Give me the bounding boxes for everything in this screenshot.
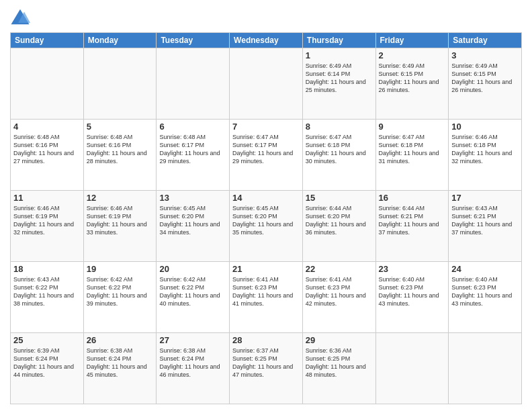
calendar-cell <box>83 48 157 120</box>
calendar-cell: 14Sunrise: 6:45 AM Sunset: 6:20 PM Dayli… <box>230 191 303 262</box>
day-number: 15 <box>306 193 373 203</box>
day-info: Sunrise: 6:47 AM Sunset: 6:18 PM Dayligh… <box>379 133 446 166</box>
day-number: 16 <box>379 193 446 203</box>
day-info: Sunrise: 6:46 AM Sunset: 6:19 PM Dayligh… <box>87 204 154 237</box>
calendar-cell: 17Sunrise: 6:43 AM Sunset: 6:21 PM Dayli… <box>449 191 522 262</box>
day-info: Sunrise: 6:44 AM Sunset: 6:21 PM Dayligh… <box>379 204 446 237</box>
calendar-cell: 7Sunrise: 6:47 AM Sunset: 6:17 PM Daylig… <box>230 120 303 191</box>
logo <box>10 7 33 27</box>
calendar-cell: 21Sunrise: 6:41 AM Sunset: 6:23 PM Dayli… <box>230 262 303 333</box>
day-info: Sunrise: 6:48 AM Sunset: 6:16 PM Dayligh… <box>87 133 154 166</box>
calendar-cell: 13Sunrise: 6:45 AM Sunset: 6:20 PM Dayli… <box>157 191 230 262</box>
calendar-cell <box>375 333 449 404</box>
day-info: Sunrise: 6:40 AM Sunset: 6:23 PM Dayligh… <box>451 275 519 308</box>
day-number: 5 <box>87 122 154 132</box>
calendar-cell <box>157 48 230 120</box>
day-number: 10 <box>451 122 519 132</box>
day-info: Sunrise: 6:46 AM Sunset: 6:19 PM Dayligh… <box>13 204 81 237</box>
calendar-cell: 29Sunrise: 6:36 AM Sunset: 6:25 PM Dayli… <box>302 333 375 404</box>
calendar-cell: 1Sunrise: 6:49 AM Sunset: 6:14 PM Daylig… <box>302 48 375 120</box>
calendar-cell: 20Sunrise: 6:42 AM Sunset: 6:22 PM Dayli… <box>157 262 230 333</box>
calendar-cell: 11Sunrise: 6:46 AM Sunset: 6:19 PM Dayli… <box>11 191 84 262</box>
calendar-cell: 25Sunrise: 6:39 AM Sunset: 6:24 PM Dayli… <box>11 333 84 404</box>
page: SundayMondayTuesdayWednesdayThursdayFrid… <box>0 0 532 411</box>
calendar-cell: 4Sunrise: 6:48 AM Sunset: 6:16 PM Daylig… <box>11 120 84 191</box>
day-number: 28 <box>232 335 300 345</box>
day-number: 17 <box>451 193 519 203</box>
calendar-cell: 22Sunrise: 6:41 AM Sunset: 6:23 PM Dayli… <box>302 262 375 333</box>
calendar-cell: 5Sunrise: 6:48 AM Sunset: 6:16 PM Daylig… <box>83 120 157 191</box>
day-info: Sunrise: 6:38 AM Sunset: 6:24 PM Dayligh… <box>159 347 226 379</box>
col-header-sunday: Sunday <box>11 33 84 48</box>
calendar-cell: 16Sunrise: 6:44 AM Sunset: 6:21 PM Dayli… <box>375 191 449 262</box>
day-number: 27 <box>159 335 226 345</box>
day-info: Sunrise: 6:44 AM Sunset: 6:20 PM Dayligh… <box>306 204 373 237</box>
day-number: 26 <box>87 335 154 345</box>
day-number: 20 <box>159 264 226 274</box>
day-info: Sunrise: 6:38 AM Sunset: 6:24 PM Dayligh… <box>87 347 154 379</box>
calendar-cell: 10Sunrise: 6:46 AM Sunset: 6:18 PM Dayli… <box>449 120 522 191</box>
calendar-cell: 23Sunrise: 6:40 AM Sunset: 6:23 PM Dayli… <box>375 262 449 333</box>
day-number: 29 <box>306 335 373 345</box>
col-header-thursday: Thursday <box>302 33 375 48</box>
day-info: Sunrise: 6:37 AM Sunset: 6:25 PM Dayligh… <box>232 347 300 379</box>
day-info: Sunrise: 6:42 AM Sunset: 6:22 PM Dayligh… <box>87 275 154 308</box>
calendar-cell: 3Sunrise: 6:49 AM Sunset: 6:15 PM Daylig… <box>449 48 522 120</box>
day-info: Sunrise: 6:48 AM Sunset: 6:17 PM Dayligh… <box>159 133 226 166</box>
day-number: 8 <box>306 122 373 132</box>
col-header-tuesday: Tuesday <box>157 33 230 48</box>
day-info: Sunrise: 6:42 AM Sunset: 6:22 PM Dayligh… <box>159 275 226 308</box>
calendar-cell: 6Sunrise: 6:48 AM Sunset: 6:17 PM Daylig… <box>157 120 230 191</box>
day-number: 14 <box>232 193 300 203</box>
day-number: 3 <box>451 50 519 60</box>
day-number: 24 <box>451 264 519 274</box>
calendar-cell: 18Sunrise: 6:43 AM Sunset: 6:22 PM Dayli… <box>11 262 84 333</box>
col-header-wednesday: Wednesday <box>230 33 303 48</box>
day-number: 2 <box>379 50 446 60</box>
day-number: 21 <box>232 264 300 274</box>
calendar-cell: 15Sunrise: 6:44 AM Sunset: 6:20 PM Dayli… <box>302 191 375 262</box>
calendar-cell: 8Sunrise: 6:47 AM Sunset: 6:18 PM Daylig… <box>302 120 375 191</box>
calendar-cell: 24Sunrise: 6:40 AM Sunset: 6:23 PM Dayli… <box>449 262 522 333</box>
day-number: 11 <box>13 193 81 203</box>
day-info: Sunrise: 6:41 AM Sunset: 6:23 PM Dayligh… <box>232 275 300 308</box>
col-header-saturday: Saturday <box>449 33 522 48</box>
day-info: Sunrise: 6:40 AM Sunset: 6:23 PM Dayligh… <box>379 275 446 308</box>
calendar-cell: 26Sunrise: 6:38 AM Sunset: 6:24 PM Dayli… <box>83 333 157 404</box>
day-number: 13 <box>159 193 226 203</box>
logo-icon <box>10 7 30 27</box>
day-number: 25 <box>13 335 81 345</box>
calendar-cell: 2Sunrise: 6:49 AM Sunset: 6:15 PM Daylig… <box>375 48 449 120</box>
header <box>10 7 522 27</box>
day-number: 18 <box>13 264 81 274</box>
calendar-cell <box>230 48 303 120</box>
day-info: Sunrise: 6:46 AM Sunset: 6:18 PM Dayligh… <box>451 133 519 166</box>
day-info: Sunrise: 6:43 AM Sunset: 6:21 PM Dayligh… <box>451 204 519 237</box>
calendar-cell: 19Sunrise: 6:42 AM Sunset: 6:22 PM Dayli… <box>83 262 157 333</box>
col-header-friday: Friday <box>375 33 449 48</box>
day-info: Sunrise: 6:49 AM Sunset: 6:14 PM Dayligh… <box>306 62 373 95</box>
day-info: Sunrise: 6:49 AM Sunset: 6:15 PM Dayligh… <box>379 62 446 95</box>
day-info: Sunrise: 6:36 AM Sunset: 6:25 PM Dayligh… <box>306 347 373 379</box>
day-number: 12 <box>87 193 154 203</box>
day-number: 19 <box>87 264 154 274</box>
day-info: Sunrise: 6:39 AM Sunset: 6:24 PM Dayligh… <box>13 347 81 379</box>
day-info: Sunrise: 6:41 AM Sunset: 6:23 PM Dayligh… <box>306 275 373 308</box>
day-info: Sunrise: 6:48 AM Sunset: 6:16 PM Dayligh… <box>13 133 81 166</box>
calendar-cell <box>11 48 84 120</box>
day-number: 9 <box>379 122 446 132</box>
day-number: 22 <box>306 264 373 274</box>
day-info: Sunrise: 6:47 AM Sunset: 6:18 PM Dayligh… <box>306 133 373 166</box>
calendar-cell: 12Sunrise: 6:46 AM Sunset: 6:19 PM Dayli… <box>83 191 157 262</box>
day-info: Sunrise: 6:47 AM Sunset: 6:17 PM Dayligh… <box>232 133 300 166</box>
calendar-cell: 27Sunrise: 6:38 AM Sunset: 6:24 PM Dayli… <box>157 333 230 404</box>
day-info: Sunrise: 6:45 AM Sunset: 6:20 PM Dayligh… <box>159 204 226 237</box>
day-number: 6 <box>159 122 226 132</box>
day-info: Sunrise: 6:45 AM Sunset: 6:20 PM Dayligh… <box>232 204 300 237</box>
calendar-table: SundayMondayTuesdayWednesdayThursdayFrid… <box>10 32 522 404</box>
day-number: 23 <box>379 264 446 274</box>
calendar-cell: 9Sunrise: 6:47 AM Sunset: 6:18 PM Daylig… <box>375 120 449 191</box>
day-number: 1 <box>306 50 373 60</box>
day-info: Sunrise: 6:43 AM Sunset: 6:22 PM Dayligh… <box>13 275 81 308</box>
day-number: 4 <box>13 122 81 132</box>
